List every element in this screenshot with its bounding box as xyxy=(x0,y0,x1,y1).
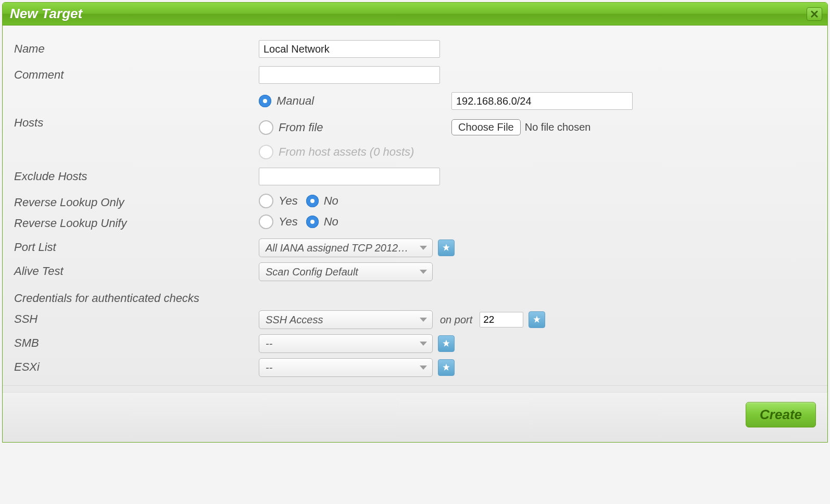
hosts-assets-radio xyxy=(259,145,273,159)
label-reverse-lookup-unify: Reverse Lookup Unify xyxy=(14,215,259,230)
divider xyxy=(3,385,827,386)
label-reverse-lookup-only: Reverse Lookup Only xyxy=(14,194,259,209)
smb-credential-select[interactable]: -- xyxy=(259,334,433,353)
alive-test-value: Scan Config Default xyxy=(266,266,358,278)
rlo-yes-radio[interactable] xyxy=(259,194,273,208)
on-port-label: on port xyxy=(438,314,474,326)
dialog-footer: Create xyxy=(3,392,827,442)
chevron-down-icon xyxy=(420,366,427,370)
ssh-credential-new-button[interactable] xyxy=(529,311,545,328)
label-comment: Comment xyxy=(14,66,259,82)
esxi-credential-new-button[interactable] xyxy=(438,359,455,376)
rlu-no-radio[interactable] xyxy=(306,216,319,228)
hosts-fromfile-radio[interactable] xyxy=(259,120,273,135)
label-esxi: ESXi xyxy=(14,358,259,374)
hosts-fromfile-label: From file xyxy=(279,121,323,134)
close-icon xyxy=(811,10,818,18)
chevron-down-icon xyxy=(420,270,427,274)
chevron-down-icon xyxy=(420,318,427,322)
name-input[interactable] xyxy=(259,40,440,58)
comment-input[interactable] xyxy=(259,66,440,84)
label-exclude-hosts: Exclude Hosts xyxy=(14,168,259,183)
star-icon xyxy=(442,339,451,348)
rlu-yes-label: Yes xyxy=(279,215,298,229)
hosts-manual-input[interactable] xyxy=(451,92,633,110)
exclude-hosts-input[interactable] xyxy=(259,168,440,185)
esxi-credential-select[interactable]: -- xyxy=(259,358,433,377)
star-icon xyxy=(442,363,451,372)
rlu-yes-radio[interactable] xyxy=(259,215,273,229)
esxi-credential-value: -- xyxy=(266,362,272,374)
close-button[interactable] xyxy=(807,7,822,21)
smb-credential-value: -- xyxy=(266,338,272,350)
star-icon xyxy=(532,315,542,324)
create-button[interactable]: Create xyxy=(746,402,816,427)
ssh-credential-value: SSH Access xyxy=(266,314,323,326)
star-icon xyxy=(442,243,451,253)
chevron-down-icon xyxy=(420,246,427,250)
alive-test-select[interactable]: Scan Config Default xyxy=(259,262,433,281)
titlebar: New Target xyxy=(3,3,827,26)
rlo-no-radio[interactable] xyxy=(306,195,319,207)
port-list-value: All IANA assigned TCP 2012… xyxy=(266,242,408,254)
port-list-select[interactable]: All IANA assigned TCP 2012… xyxy=(259,238,433,257)
choose-file-button[interactable]: Choose File xyxy=(451,119,521,135)
rlu-no-label: No xyxy=(324,215,338,229)
hosts-assets-label: From host assets (0 hosts) xyxy=(279,145,414,159)
label-port-list: Port List xyxy=(14,238,259,254)
ssh-credential-select[interactable]: SSH Access xyxy=(259,310,433,329)
label-smb: SMB xyxy=(14,334,259,350)
label-name: Name xyxy=(14,40,259,56)
rlo-yes-label: Yes xyxy=(279,194,298,208)
credentials-header: Credentials for authenticated checks xyxy=(14,289,816,306)
label-alive-test: Alive Test xyxy=(14,262,259,278)
hosts-manual-radio[interactable] xyxy=(259,95,271,107)
port-list-new-button[interactable] xyxy=(438,240,455,256)
label-hosts: Hosts xyxy=(14,92,259,130)
hosts-manual-label: Manual xyxy=(276,94,314,108)
file-chosen-status: No file chosen xyxy=(525,121,591,133)
label-ssh: SSH xyxy=(14,310,259,326)
ssh-port-input[interactable] xyxy=(480,312,523,327)
smb-credential-new-button[interactable] xyxy=(438,335,455,352)
chevron-down-icon xyxy=(420,342,427,346)
rlo-no-label: No xyxy=(324,194,338,208)
new-target-dialog: New Target Name Comment Hosts xyxy=(2,2,828,443)
dialog-body: Name Comment Hosts Manual xyxy=(3,26,827,392)
dialog-title: New Target xyxy=(10,6,82,22)
